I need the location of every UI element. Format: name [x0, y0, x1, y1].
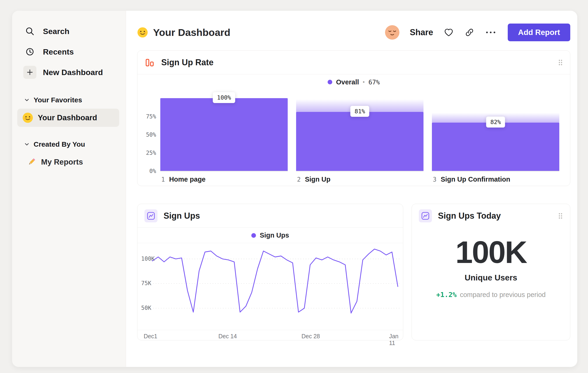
funnel-columns: 100%1Home page81%2Sign Up82%3Sign Up Con… — [160, 93, 559, 183]
favorite-heart-icon[interactable] — [443, 27, 454, 38]
funnel-step-name: Sign Up — [305, 176, 331, 183]
funnel-value-tooltip: 82% — [486, 117, 505, 128]
card-title: Sign Up Rate — [161, 58, 213, 67]
search-icon — [23, 25, 36, 38]
funnel-step-label: 3Sign Up Confirmation — [432, 176, 559, 183]
app-window: SearchRecentsNew Dashboard Your Favorite… — [12, 11, 577, 367]
signup-rate-card-header: Sign Up Rate — [137, 50, 570, 74]
line-legend: Sign Ups — [137, 228, 403, 243]
sidebar-sections: Your FavoritesYour DashboardCreated By Y… — [12, 94, 126, 171]
sidebar-item-search[interactable]: Search — [12, 21, 126, 41]
add-report-button[interactable]: Add Report — [508, 24, 570, 41]
y-axis-tick: 75K — [141, 280, 151, 286]
signups-today-card: Sign Ups Today 100K Unique Users +1.2% c… — [412, 204, 570, 340]
page-title: Your Dashboard — [153, 27, 230, 38]
funnel-value-tooltip: 100% — [213, 92, 235, 103]
section-title: Your Favorites — [34, 96, 82, 104]
legend-dot — [328, 80, 332, 84]
funnel-bar[interactable] — [296, 112, 423, 171]
sidebar-item-label: My Reports — [41, 158, 83, 166]
header-actions: Share Add Report — [385, 24, 570, 41]
funnel-step-sign-up-confirmation: 82%3Sign Up Confirmation — [432, 93, 559, 183]
legend-value: 67% — [368, 79, 380, 86]
clock-icon — [23, 45, 36, 58]
chevron-down-icon — [24, 142, 29, 147]
sidebar-item-my-reports[interactable]: My Reports — [21, 153, 119, 171]
y-axis-tick: 25% — [146, 150, 156, 156]
sidebar: SearchRecentsNew Dashboard Your Favorite… — [12, 11, 126, 367]
section-header-your-favorites[interactable]: Your Favorites — [12, 94, 126, 106]
funnel-step-index: 2 — [297, 176, 301, 183]
bar-chart-icon — [144, 57, 155, 68]
plus-icon — [23, 66, 36, 79]
funnel-value-tooltip: 81% — [350, 106, 369, 117]
sidebar-item-recents[interactable]: Recents — [12, 41, 126, 62]
sidebar-item-your-dashboard[interactable]: Your Dashboard — [17, 109, 119, 127]
sidebar-item-label: Your Dashboard — [38, 113, 97, 122]
smiley-emoji — [137, 27, 148, 38]
funnel-step-home-page: 100%1Home page — [160, 93, 288, 183]
funnel-step-label: 2Sign Up — [296, 176, 423, 183]
line-chart: 100K75K50K — [137, 243, 403, 330]
line-chart-icon — [419, 209, 432, 222]
drag-handle-icon[interactable] — [558, 59, 563, 66]
funnel-step-index: 1 — [161, 176, 165, 183]
sidebar-item-label: Search — [43, 27, 69, 36]
share-button[interactable]: Share — [410, 28, 433, 37]
stat-value: 100K — [455, 237, 526, 268]
signups-card-header: Sign Ups — [137, 204, 403, 228]
main-content: Your Dashboard Share Add Report Sign Up … — [126, 11, 577, 367]
y-axis-tick: 75% — [146, 113, 156, 120]
funnel-bar[interactable] — [160, 98, 288, 171]
funnel-step-name: Home page — [169, 176, 206, 183]
signups-today-card-header: Sign Ups Today — [412, 204, 570, 228]
y-axis-tick: 50% — [146, 131, 156, 138]
section-header-created-by-you[interactable]: Created By You — [12, 138, 126, 151]
funnel-step-sign-up: 81%2Sign Up — [296, 93, 423, 183]
funnel-legend: Overall • 67% — [137, 74, 570, 90]
funnel-bar-track: 100% — [160, 93, 288, 171]
x-axis-tick: Dec 28 — [302, 333, 320, 340]
legend-dot — [251, 233, 256, 238]
funnel-bar-track: 82% — [432, 93, 559, 171]
copy-link-icon[interactable] — [464, 27, 475, 38]
delta-badge: +1.2% — [436, 291, 457, 299]
legend-label: Overall — [336, 78, 359, 86]
card-title: Sign Ups — [164, 211, 200, 221]
section-title: Created By You — [34, 140, 85, 148]
line-chart-icon — [144, 209, 158, 222]
funnel-bar-track: 81% — [296, 93, 423, 171]
y-axis-tick: 100K — [141, 255, 155, 262]
smiley-emoji — [22, 112, 33, 123]
dashboard-header: Your Dashboard Share Add Report — [137, 22, 570, 42]
signups-card: Sign Ups Sign Ups 100K75K50K Dec1Dec 14D… — [137, 204, 403, 340]
funnel-step-label: 1Home page — [160, 176, 288, 183]
drag-handle-icon[interactable] — [558, 212, 563, 220]
stat-body: 100K Unique Users +1.2% compared to prev… — [412, 228, 570, 299]
x-axis-tick: Dec 14 — [218, 333, 237, 340]
sidebar-item-label: Recents — [43, 47, 74, 56]
signup-rate-card: Sign Up Rate Overall • 67% 75%50%25%0% 1… — [137, 50, 570, 186]
stat-delta-row: +1.2% compared to previous period — [436, 291, 546, 299]
avatar[interactable] — [385, 25, 399, 40]
bottom-row: Sign Ups Sign Ups 100K75K50K Dec1Dec 14D… — [137, 204, 570, 340]
chevron-down-icon — [24, 97, 29, 102]
funnel-y-axis: 75%50%25%0% — [142, 93, 158, 171]
sidebar-item-label: New Dashboard — [43, 68, 103, 77]
x-axis-tick: Dec1 — [144, 333, 157, 340]
sidebar-nav: SearchRecentsNew Dashboard — [12, 21, 126, 82]
stat-label: Unique Users — [465, 273, 517, 282]
y-axis-tick: 50K — [141, 305, 151, 311]
delta-description: compared to previous period — [460, 291, 546, 299]
line-chart-x-axis: Dec1Dec 14Dec 28Jan 11 — [137, 330, 403, 341]
funnel-bar[interactable] — [432, 123, 559, 171]
sidebar-item-new-dashboard[interactable]: New Dashboard — [12, 62, 126, 82]
legend-separator: • — [363, 79, 365, 85]
x-axis-tick: Jan 11 — [389, 333, 398, 346]
y-axis-tick: 0% — [149, 168, 156, 174]
legend-label: Sign Ups — [260, 232, 289, 239]
pencil-emoji — [27, 157, 36, 167]
funnel-step-index: 3 — [433, 176, 437, 183]
funnel-chart: 75%50%25%0% 100%1Home page81%2Sign Up82%… — [137, 90, 570, 183]
more-options-icon[interactable] — [485, 30, 496, 35]
